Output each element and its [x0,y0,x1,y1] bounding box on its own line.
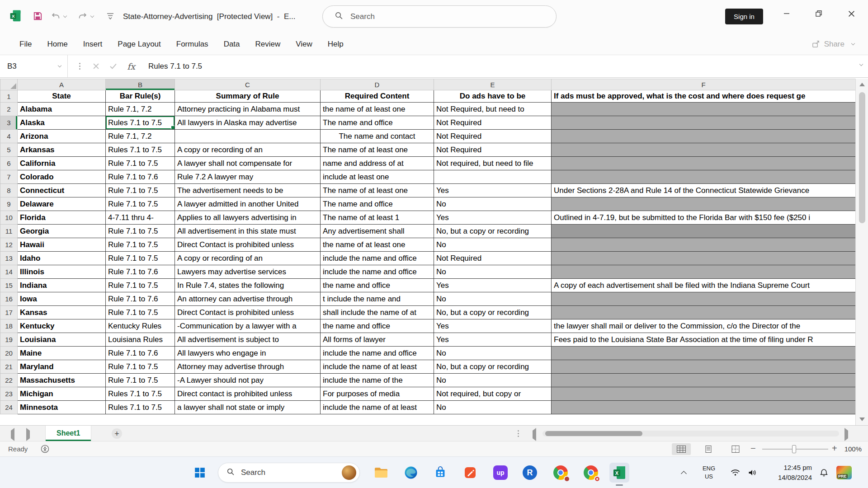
cell-D18[interactable]: the name and office [321,319,434,333]
cell-C21[interactable]: Attorney may advertise through [175,360,321,374]
name-box[interactable]: B3 [0,55,68,77]
menu-tab-page-layout[interactable]: Page Layout [110,33,168,55]
undo-button[interactable] [51,11,66,21]
cell-E21[interactable]: No, but a copy or recording [434,360,552,374]
normal-view-button[interactable] [672,443,691,455]
cell-E22[interactable]: No [434,374,552,387]
name-box-dropdown-caret[interactable] [58,64,61,67]
cell-C7[interactable]: Rule 7.2 A lawyer may [175,170,321,184]
cell-B7[interactable]: Rule 7.1 to 7.6 [106,170,175,184]
minimize-button[interactable] [774,0,800,27]
cell-F10[interactable]: Outlined in 4-7.19, but be submitted to … [552,211,856,225]
cell-E10[interactable]: Yes [434,211,552,225]
row-header-10[interactable]: 10 [0,211,18,225]
cell-B8[interactable]: Rule 7.1 to 7.5 [106,184,175,197]
cell-D2[interactable]: the name of at least one [321,103,434,116]
cell-F4[interactable] [552,130,856,143]
cell-D8[interactable]: The name of at least one [321,184,434,197]
cell-D24[interactable]: include the name of at least [321,401,434,414]
sign-in-button[interactable]: Sign in [725,9,763,24]
redo-button[interactable] [78,11,94,21]
chrome-icon[interactable] [551,463,571,483]
taskbar-search-box[interactable]: Search [218,463,360,483]
menu-tab-help[interactable]: Help [320,33,351,55]
column-header-C[interactable]: C [175,79,321,90]
cell-F21[interactable] [552,360,856,374]
row-header-2[interactable]: 2 [0,103,18,116]
cell-B13[interactable]: Rule 7.1 to 7.5 [106,252,175,265]
previous-sheet-button[interactable] [11,431,14,439]
cell-E5[interactable]: Not Required [434,143,552,157]
menu-tab-home[interactable]: Home [39,33,75,55]
cell-C1[interactable]: Summary of Rule [175,90,321,103]
cell-D22[interactable]: include the name of the [321,374,434,387]
cell-A22[interactable]: Massachusetts [18,374,106,387]
hscroll-right-button[interactable] [844,431,848,439]
cell-A2[interactable]: Alabama [18,103,106,116]
cell-C2[interactable]: Attorney practicing in Alabama must [175,103,321,116]
menu-tab-view[interactable]: View [288,33,320,55]
cell-D20[interactable]: include the name and office [321,347,434,360]
cell-E19[interactable]: Yes [434,333,552,347]
restore-button[interactable] [806,0,832,27]
next-sheet-button[interactable] [26,431,30,439]
cell-A14[interactable]: Illinois [18,265,106,279]
cell-F2[interactable] [552,103,856,116]
cell-A24[interactable]: Minnesota [18,401,106,414]
enter-button[interactable] [105,55,121,77]
cell-B10[interactable]: 4-7.11 thru 4- [106,211,175,225]
cell-A19[interactable]: Louisiana [18,333,106,347]
cell-A5[interactable]: Arkansas [18,143,106,157]
row-header-4[interactable]: 4 [0,130,18,143]
cell-C16[interactable]: An attorney can advertise through [175,292,321,306]
cell-C3[interactable]: All lawyers in Alaska may advertise [175,116,321,130]
cell-F7[interactable] [552,170,856,184]
cell-C9[interactable]: A lawyer admitted in another United [175,197,321,211]
cell-B14[interactable]: Rule 7.1 to 7.6 [106,265,175,279]
zoom-slider-thumb[interactable] [792,445,796,453]
cell-E20[interactable]: No [434,347,552,360]
column-header-D[interactable]: D [321,79,434,90]
cell-D10[interactable]: The name of at least 1 [321,211,434,225]
cell-B18[interactable]: Kentucky Rules [106,319,175,333]
row-header-23[interactable]: 23 [0,387,18,401]
share-button[interactable]: Share [811,33,854,55]
cell-B19[interactable]: Louisiana Rules [106,333,175,347]
cell-D19[interactable]: All forms of lawyer [321,333,434,347]
cell-B2[interactable]: Rule 7.1, 7.2 [106,103,175,116]
cell-B11[interactable]: Rule 7.1 to 7.5 [106,225,175,238]
cell-F1[interactable]: If ads must be approved, what is the cos… [552,90,856,103]
cell-A17[interactable]: Kansas [18,306,106,319]
cell-B5[interactable]: Rules 7.1 to 7.5 [106,143,175,157]
cell-D9[interactable]: The name and office [321,197,434,211]
up-app-icon[interactable]: up [491,463,510,483]
cell-E6[interactable]: Not required, but need to file [434,157,552,170]
sheet-options-dots[interactable] [518,430,519,437]
cell-F5[interactable] [552,143,856,157]
share-dropdown-caret[interactable] [851,42,855,45]
insert-function-button[interactable]: fx [123,55,139,77]
cell-D17[interactable]: shall include the name of at [321,306,434,319]
cell-D14[interactable]: include the name and office [321,265,434,279]
cell-C23[interactable]: Direct contact is prohibited unless [175,387,321,401]
horizontal-scrollbar[interactable] [542,431,839,436]
customize-quick-access-toolbar-icon[interactable] [106,12,115,22]
cell-E13[interactable]: Not Required [434,252,552,265]
cell-B3[interactable]: Rules 7.1 to 7.5 [106,116,175,130]
cell-F14[interactable] [552,265,856,279]
cell-C5[interactable]: A copy or recording of an [175,143,321,157]
cell-E3[interactable]: Not Required [434,116,552,130]
cell-A6[interactable]: California [18,157,106,170]
cell-A7[interactable]: Colorado [18,170,106,184]
clock[interactable]: 12:45 pm 14/08/2024 [763,457,812,488]
tray-expand-chevron[interactable] [676,457,691,488]
cell-D15[interactable]: the name and office [321,279,434,292]
cell-A10[interactable]: Florida [18,211,106,225]
cell-F9[interactable] [552,197,856,211]
cell-A20[interactable]: Maine [18,347,106,360]
cell-C18[interactable]: -Communication by a lawyer with a [175,319,321,333]
cell-A8[interactable]: Connecticut [18,184,106,197]
cell-E2[interactable]: Not Required, but need to [434,103,552,116]
cell-D3[interactable]: The name and office [321,116,434,130]
column-header-E[interactable]: E [434,79,552,90]
